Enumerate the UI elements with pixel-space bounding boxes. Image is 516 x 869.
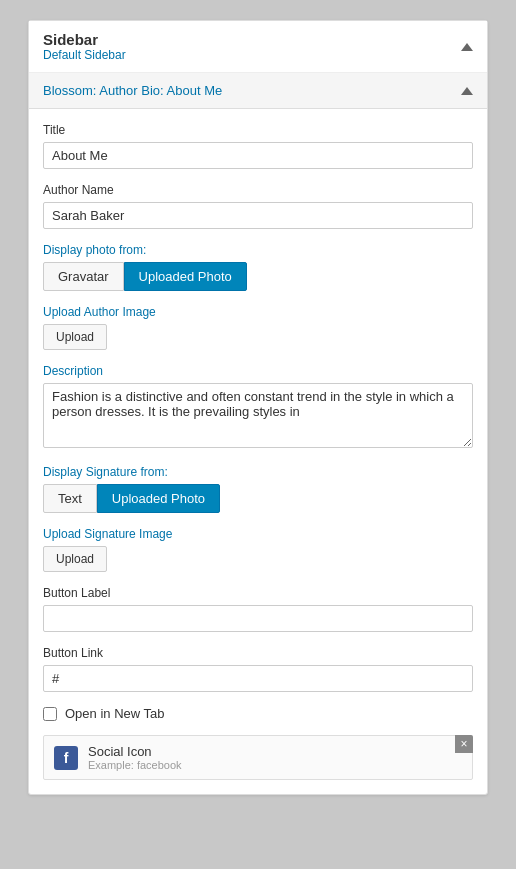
- description-textarea[interactable]: [43, 383, 473, 448]
- title-input[interactable]: [43, 142, 473, 169]
- text-button[interactable]: Text: [43, 484, 97, 513]
- upload-author-label: Upload Author Image: [43, 305, 473, 319]
- author-name-field-group: Author Name: [43, 183, 473, 229]
- widget-body: Title Author Name Display photo from: Gr…: [29, 109, 487, 794]
- display-signature-field-group: Display Signature from: Text Uploaded Ph…: [43, 465, 473, 513]
- uploaded-photo-button[interactable]: Uploaded Photo: [124, 262, 247, 291]
- social-icon-row: f Social Icon Example: facebook ×: [43, 735, 473, 780]
- upload-signature-label: Upload Signature Image: [43, 527, 473, 541]
- button-link-label: Button Link: [43, 646, 473, 660]
- photo-source-btn-group: Gravatar Uploaded Photo: [43, 262, 473, 291]
- button-label-input[interactable]: [43, 605, 473, 632]
- section-title: Blossom: Author Bio: About Me: [43, 83, 222, 98]
- description-field-group: Description: [43, 364, 473, 451]
- section-title-prefix: Blossom: Author Bio:: [43, 83, 164, 98]
- widget-header-left: Sidebar Default Sidebar: [43, 31, 126, 62]
- section-title-link: About Me: [167, 83, 223, 98]
- button-link-input[interactable]: [43, 665, 473, 692]
- display-photo-label: Display photo from:: [43, 243, 473, 257]
- open-new-tab-row: Open in New Tab: [43, 706, 473, 721]
- upload-signature-field-group: Upload Signature Image Upload: [43, 527, 473, 572]
- display-signature-label: Display Signature from:: [43, 465, 473, 479]
- social-icon-title: Social Icon: [88, 744, 462, 759]
- description-label: Description: [43, 364, 473, 378]
- social-text-block: Social Icon Example: facebook: [88, 744, 462, 771]
- upload-author-field-group: Upload Author Image Upload: [43, 305, 473, 350]
- open-new-tab-label: Open in New Tab: [65, 706, 165, 721]
- widget-title: Sidebar: [43, 31, 126, 48]
- open-new-tab-checkbox[interactable]: [43, 707, 57, 721]
- author-name-label: Author Name: [43, 183, 473, 197]
- widget-container: Sidebar Default Sidebar Blossom: Author …: [28, 20, 488, 795]
- widget-collapse-icon[interactable]: [461, 43, 473, 51]
- upload-signature-button[interactable]: Upload: [43, 546, 107, 572]
- signature-source-btn-group: Text Uploaded Photo: [43, 484, 473, 513]
- uploaded-photo-signature-button[interactable]: Uploaded Photo: [97, 484, 220, 513]
- section-collapse-icon[interactable]: [461, 87, 473, 95]
- section-header: Blossom: Author Bio: About Me: [29, 73, 487, 109]
- author-name-input[interactable]: [43, 202, 473, 229]
- social-icon-close-button[interactable]: ×: [455, 735, 473, 753]
- widget-subtitle: Default Sidebar: [43, 48, 126, 62]
- display-photo-field-group: Display photo from: Gravatar Uploaded Ph…: [43, 243, 473, 291]
- button-label-field-group: Button Label: [43, 586, 473, 632]
- button-label-label: Button Label: [43, 586, 473, 600]
- button-link-field-group: Button Link: [43, 646, 473, 692]
- upload-author-button[interactable]: Upload: [43, 324, 107, 350]
- title-label: Title: [43, 123, 473, 137]
- facebook-icon: f: [54, 746, 78, 770]
- gravatar-button[interactable]: Gravatar: [43, 262, 124, 291]
- widget-header: Sidebar Default Sidebar: [29, 21, 487, 73]
- social-icon-example: Example: facebook: [88, 759, 462, 771]
- title-field-group: Title: [43, 123, 473, 169]
